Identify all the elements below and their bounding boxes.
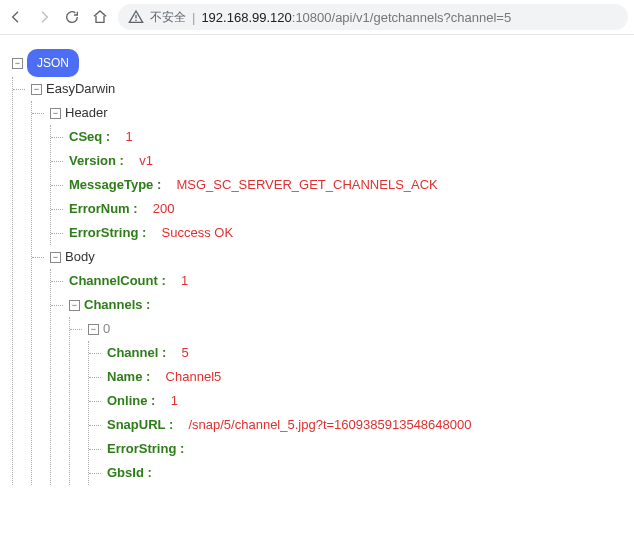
field-key: SnapURL : — [107, 413, 173, 437]
field-value: Success OK — [162, 221, 234, 245]
url-separator: | — [192, 10, 195, 25]
expander-header[interactable]: − — [50, 108, 61, 119]
field-value: /snap/5/channel_5.jpg?t=1609385913548648… — [188, 413, 471, 437]
field-key: ChannelCount : — [69, 269, 166, 293]
expander-body[interactable]: − — [50, 252, 61, 263]
svg-rect-1 — [135, 20, 136, 21]
json-badge: JSON — [27, 49, 79, 77]
field-value: 200 — [153, 197, 175, 221]
field-key: ErrorNum : — [69, 197, 138, 221]
field-key: Channel : — [107, 341, 166, 365]
field-key: CSeq : — [69, 125, 110, 149]
field-value: v1 — [139, 149, 153, 173]
field-key: MessageType : — [69, 173, 161, 197]
root-label: EasyDarwin — [46, 77, 115, 101]
expander-easydarwin[interactable]: − — [31, 84, 42, 95]
forward-icon — [34, 7, 54, 27]
field-value: Channel5 — [166, 365, 222, 389]
insecure-icon — [128, 9, 144, 25]
field-value: 5 — [181, 341, 188, 365]
field-key: ErrorString : — [107, 437, 184, 461]
field-key: GbsId : — [107, 461, 152, 485]
field-value: MSG_SC_SERVER_GET_CHANNELS_ACK — [176, 173, 437, 197]
field-value: 1 — [181, 269, 188, 293]
field-key: Name : — [107, 365, 150, 389]
back-icon[interactable] — [6, 7, 26, 27]
reload-icon[interactable] — [62, 7, 82, 27]
expander-channels[interactable]: − — [69, 300, 80, 311]
json-viewer: − JSON − EasyDarwin − Head — [0, 35, 634, 495]
field-key: Online : — [107, 389, 155, 413]
field-value: 1 — [171, 389, 178, 413]
insecure-label: 不安全 — [150, 9, 186, 26]
body-label: Body — [65, 245, 95, 269]
home-icon[interactable] — [90, 7, 110, 27]
field-key: ErrorString : — [69, 221, 146, 245]
array-index: 0 — [103, 317, 110, 341]
expander-channel-0[interactable]: − — [88, 324, 99, 335]
browser-toolbar: 不安全 | 192.168.99.120:10800/api/v1/getcha… — [0, 0, 634, 35]
expander-root[interactable]: − — [12, 58, 23, 69]
field-key: Channels : — [84, 293, 150, 317]
url-text: 192.168.99.120:10800/api/v1/getchannels?… — [201, 10, 511, 25]
header-label: Header — [65, 101, 108, 125]
field-key: Version : — [69, 149, 124, 173]
svg-rect-0 — [135, 15, 136, 18]
field-value: 1 — [125, 125, 132, 149]
url-box[interactable]: 不安全 | 192.168.99.120:10800/api/v1/getcha… — [118, 4, 628, 30]
